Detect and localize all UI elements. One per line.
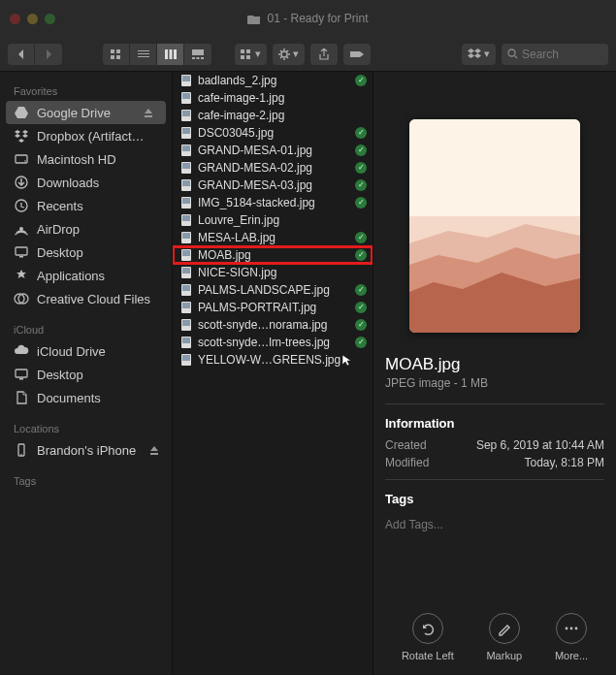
sidebar-item-documents[interactable]: Documents	[0, 386, 172, 409]
file-row[interactable]: Louvre_Erin.jpg	[173, 211, 373, 229]
file-row[interactable]: GRAND-MESA-01.jpg	[173, 142, 373, 159]
minimize-window-button[interactable]	[27, 14, 38, 24]
svg-rect-14	[241, 49, 244, 53]
forward-button[interactable]	[35, 44, 62, 65]
svg-point-70	[566, 627, 568, 630]
file-row[interactable]: NICE-SIGN.jpg	[173, 264, 373, 281]
column-view-button[interactable]	[157, 44, 184, 65]
sidebar-item-label: Google Drive	[37, 106, 135, 120]
file-row[interactable]: GRAND-MESA-02.jpg	[173, 159, 373, 177]
svg-rect-57	[182, 268, 190, 273]
sidebar-item-macintosh-hd[interactable]: Macintosh HD	[0, 147, 172, 171]
file-list[interactable]: badlands_2.jpgcafe-image-1.jpgcafe-image…	[173, 72, 373, 675]
svg-rect-53	[182, 233, 190, 239]
svg-rect-49	[182, 198, 190, 204]
sync-status-icon	[355, 197, 367, 209]
file-row[interactable]: cafe-image-2.jpg	[173, 107, 373, 124]
file-row[interactable]: PALMS-LANDSCAPE.jpg	[173, 281, 373, 299]
group-button[interactable]: ▾	[235, 44, 267, 65]
file-name: GRAND-MESA-02.jpg	[198, 161, 351, 175]
sidebar-item-creative-cloud-files[interactable]: Creative Cloud Files	[0, 287, 172, 310]
svg-rect-51	[182, 215, 190, 221]
back-button[interactable]	[8, 44, 35, 65]
file-row[interactable]: badlands_2.jpg	[173, 72, 373, 89]
more-button[interactable]: More...	[555, 613, 588, 661]
file-row[interactable]: IMG_5184-stacked.jpg	[173, 194, 373, 211]
file-row[interactable]: YELLOW-W…GREENS.jpg	[173, 351, 373, 369]
file-row[interactable]: PALMS-PORTRAIT.jpg	[173, 299, 373, 316]
titlebar: 01 - Ready for Print	[0, 0, 616, 37]
sidebar-item-desktop[interactable]: Desktop	[0, 363, 172, 386]
close-window-button[interactable]	[10, 14, 20, 24]
sidebar-item-airdrop[interactable]: AirDrop	[0, 217, 172, 241]
svg-rect-30	[16, 370, 27, 377]
dropbox-button[interactable]: ▾	[462, 44, 496, 65]
file-row[interactable]: scott-snyde…lm-trees.jpg	[173, 334, 373, 351]
file-row[interactable]: scott-snyde…norama.jpg	[173, 316, 373, 334]
svg-point-33	[20, 454, 21, 455]
file-icon	[178, 178, 194, 192]
sidebar-item-recents[interactable]: Recents	[0, 194, 172, 217]
file-row[interactable]: MESA-LAB.jpg	[173, 229, 373, 246]
preview-filename: MOAB.jpg	[385, 355, 604, 374]
svg-line-20	[515, 56, 518, 59]
add-tags-field[interactable]: Add Tags...	[385, 512, 604, 531]
sidebar-heading: Locations	[0, 417, 172, 438]
markup-label: Markup	[486, 650, 522, 661]
thumbnail	[385, 81, 604, 343]
sidebar-item-label: Desktop	[37, 368, 162, 382]
svg-rect-15	[246, 49, 250, 53]
file-name: scott-snyde…lm-trees.jpg	[198, 336, 351, 349]
sidebar-item-label: Downloads	[37, 176, 162, 190]
folder-icon	[247, 14, 261, 24]
file-icon	[178, 231, 194, 244]
sidebar-item-downloads[interactable]: Downloads	[0, 171, 172, 194]
sync-status-icon	[355, 337, 367, 348]
sidebar-item-icloud-drive[interactable]: iCloud Drive	[0, 339, 172, 363]
file-name: badlands_2.jpg	[198, 74, 351, 87]
svg-rect-61	[182, 303, 190, 308]
file-icon	[178, 283, 194, 297]
file-name: IMG_5184-stacked.jpg	[198, 196, 351, 209]
desktop-icon	[14, 244, 29, 260]
svg-rect-27	[19, 256, 23, 258]
rotate-left-button[interactable]: Rotate Left	[402, 613, 454, 661]
svg-rect-55	[182, 250, 190, 256]
downloads-icon	[14, 175, 29, 190]
search-field[interactable]: Search	[502, 44, 608, 65]
markup-button[interactable]: Markup	[486, 613, 522, 661]
sidebar-item-dropbox-artifact[interactable]: Dropbox (Artifact…	[0, 124, 172, 147]
sidebar-item-google-drive[interactable]: Google Drive	[6, 101, 166, 124]
maximize-window-button[interactable]	[45, 14, 55, 24]
action-button[interactable]: ▾	[273, 44, 305, 65]
file-name: MOAB.jpg	[198, 248, 351, 262]
file-icon	[178, 196, 194, 209]
svg-rect-5	[138, 53, 149, 54]
icon-view-button[interactable]	[103, 44, 130, 65]
eject-icon[interactable]	[143, 107, 156, 118]
svg-point-19	[508, 49, 515, 56]
file-row[interactable]: DSC03045.jpg	[173, 124, 373, 142]
svg-rect-17	[246, 55, 250, 59]
svg-rect-47	[182, 180, 190, 186]
gallery-view-button[interactable]	[184, 44, 211, 65]
file-name: Louvre_Erin.jpg	[198, 213, 367, 227]
sidebar: FavoritesGoogle DriveDropbox (Artifact…M…	[0, 72, 173, 675]
svg-rect-12	[197, 57, 200, 59]
sync-status-icon	[355, 284, 367, 296]
sidebar-item-applications[interactable]: Applications	[0, 264, 172, 287]
sidebar-item-brandon-s-iphone[interactable]: Brandon's iPhone	[0, 438, 172, 462]
share-button[interactable]	[310, 44, 338, 65]
file-icon	[178, 301, 194, 314]
sidebar-item-desktop[interactable]: Desktop	[0, 241, 172, 264]
eject-icon[interactable]	[148, 444, 162, 456]
list-view-button[interactable]	[130, 44, 157, 65]
file-icon	[178, 336, 194, 349]
svg-rect-3	[116, 55, 120, 59]
nav-buttons	[8, 44, 62, 65]
file-row[interactable]: MOAB.jpg	[173, 246, 373, 264]
file-row[interactable]: cafe-image-1.jpg	[173, 89, 373, 107]
sync-status-icon	[355, 75, 367, 86]
tags-button[interactable]	[343, 44, 371, 65]
file-row[interactable]: GRAND-MESA-03.jpg	[173, 177, 373, 194]
